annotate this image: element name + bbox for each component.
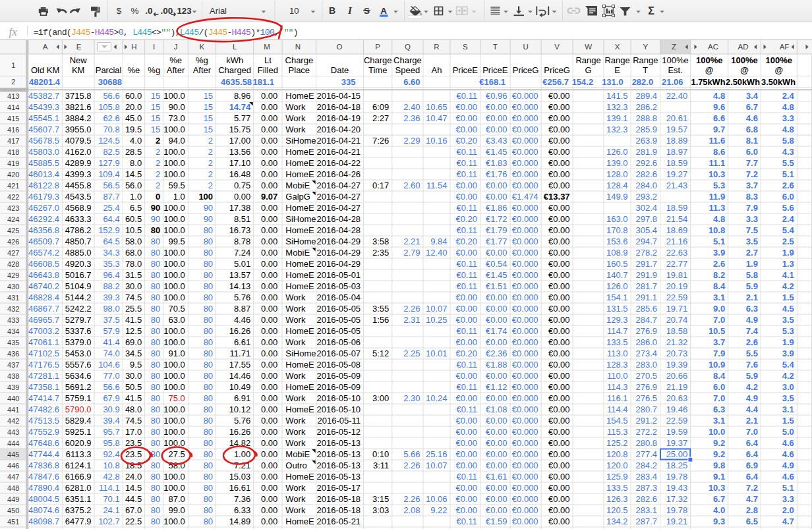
svg-text:18.25: 18.25 [666,460,688,470]
svg-text:45545.1: 45545.1 [28,113,59,123]
svg-text:€0.000: €0.000 [512,393,538,403]
svg-text:20.63: 20.63 [666,393,688,403]
svg-text:5.1: 5.1 [782,169,794,179]
svg-text:After: After [193,65,212,75]
svg-text:3.5: 3.5 [782,315,794,325]
svg-text:21.06: 21.06 [662,77,683,87]
svg-text:13.57: 13.57 [229,270,251,280]
svg-text:€0.00: €0.00 [486,192,508,202]
svg-text:€0.00: €0.00 [548,158,570,168]
svg-text:5925.1: 5925.1 [65,427,92,437]
svg-text:SiHome: SiHome [285,348,316,358]
svg-text:3.1: 3.1 [713,416,725,426]
svg-text:5.4: 5.4 [782,225,795,235]
svg-text:6477.9: 6477.9 [65,516,92,526]
svg-text:€0.000: €0.000 [512,136,538,146]
svg-text:30.9: 30.9 [103,404,119,414]
svg-text:4.1: 4.1 [782,270,794,280]
svg-text:5.6: 5.6 [782,203,794,213]
svg-text:18.58: 18.58 [666,326,688,336]
svg-text:90: 90 [151,203,160,213]
svg-text:€0.11: €0.11 [457,147,478,157]
svg-text:Range: Range [575,55,600,65]
svg-text:263.9: 263.9 [635,136,657,146]
svg-text:3:11: 3:11 [373,460,389,470]
svg-text:128.3: 128.3 [606,360,628,370]
svg-text:4.2: 4.2 [746,382,758,392]
svg-text:1.9: 1.9 [782,337,794,347]
svg-text:W: W [585,43,592,51]
svg-text:2016-04-27: 2016-04-27 [317,192,361,202]
svg-text:1:56: 1:56 [372,315,389,325]
svg-text:2016-05-03: 2016-05-03 [317,281,361,291]
svg-text:0.00: 0.00 [261,348,277,358]
svg-text:131.5: 131.5 [606,304,628,314]
svg-text:9.2: 9.2 [713,438,725,448]
svg-text:285.6: 285.6 [635,304,657,314]
svg-text:5279.7: 5279.7 [65,315,92,325]
svg-text:16.61: 16.61 [229,483,251,493]
svg-text:€0.00: €0.00 [456,337,478,347]
svg-text:19.39: 19.39 [666,360,688,370]
svg-text:34.5: 34.5 [125,348,142,358]
svg-text:7.0: 7.0 [713,393,725,403]
svg-text:56.5: 56.5 [103,181,119,190]
svg-text:5.9: 5.9 [746,371,758,381]
svg-text:57.9: 57.9 [103,326,119,336]
svg-text:8.51: 8.51 [234,214,250,224]
svg-text:4.9: 4.9 [782,460,794,470]
svg-text:€0.00: €0.00 [548,371,570,381]
svg-text:100%e: 100%e [731,55,757,65]
svg-text:2016-04-20: 2016-04-20 [317,125,361,134]
svg-text:kWh: kWh [226,55,243,65]
svg-text:451: 451 [7,518,19,526]
svg-text:14.46: 14.46 [229,371,251,381]
svg-text:5453.0: 5453.0 [65,348,92,358]
svg-text:19.59: 19.59 [666,427,688,437]
svg-text:15: 15 [204,91,213,101]
svg-text:2: 2 [156,181,160,190]
svg-text:10.8: 10.8 [709,225,725,235]
svg-text:€0.00: €0.00 [486,304,508,314]
svg-text:€0.000: €0.000 [512,91,538,101]
svg-text:€1.86: €1.86 [486,203,508,213]
svg-text:3.7: 3.7 [746,181,758,190]
svg-text:KM: KM [72,65,85,75]
svg-text:15: 15 [204,125,213,134]
svg-text:HomeE: HomeE [285,516,314,526]
svg-text:100.0: 100.0 [163,259,185,269]
svg-text:9.22: 9.22 [430,505,447,515]
svg-text:4543.5: 4543.5 [65,192,92,202]
svg-text:9.7: 9.7 [713,125,725,134]
svg-text:47744.4: 47744.4 [28,449,59,459]
svg-text:114.3: 114.3 [607,382,628,392]
svg-text:0.00: 0.00 [261,304,277,314]
svg-text:7:26: 7:26 [372,136,389,146]
svg-text:4920.3: 4920.3 [65,259,92,269]
svg-text:9.07: 9.07 [261,192,277,202]
svg-text:2016-04-29: 2016-04-29 [317,259,361,269]
svg-text:0.00: 0.00 [261,449,277,459]
svg-text:105.8: 105.8 [98,102,120,112]
svg-text:€0.11: €0.11 [457,203,478,213]
svg-text:415: 415 [7,115,19,123]
svg-text:2016-04-22: 2016-04-22 [317,158,361,168]
svg-text:5.66: 5.66 [403,449,420,459]
svg-text:Work: Work [285,113,306,123]
svg-text:126.0: 126.0 [606,281,628,291]
svg-text:283.1: 283.1 [635,505,657,515]
svg-text:0.00: 0.00 [261,237,277,246]
svg-text:20.66: 20.66 [666,371,688,381]
svg-text:305.4: 305.4 [635,225,657,235]
svg-text:46356.8: 46356.8 [28,225,59,235]
svg-text:80: 80 [204,494,213,504]
svg-text:2: 2 [156,158,160,168]
svg-text:10.65: 10.65 [426,102,448,112]
svg-text:4786.2: 4786.2 [65,225,92,235]
svg-text:4633.3: 4633.3 [65,214,92,224]
svg-text:€0.54: €0.54 [486,259,508,269]
svg-text:284.0: 284.0 [635,181,657,190]
svg-text:0.00: 0.00 [261,427,277,437]
svg-text:10.12: 10.12 [229,404,251,414]
svg-text:139.1: 139.1 [606,113,628,123]
